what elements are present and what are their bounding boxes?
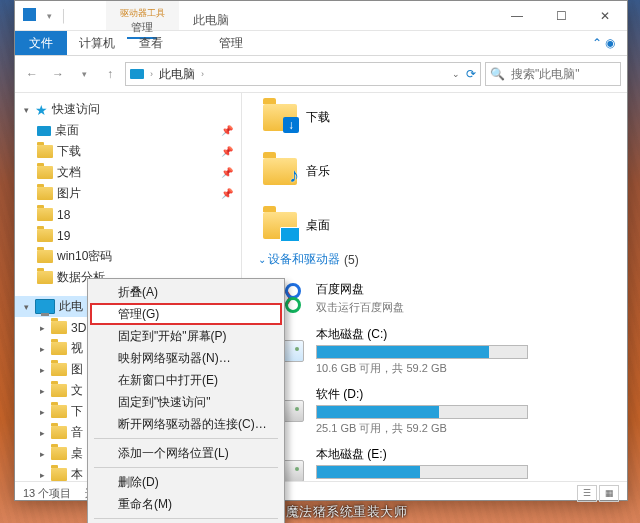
ctx-label: 在新窗口中打开(E) [118, 372, 218, 389]
folder-icon [51, 342, 67, 355]
section-count: (5) [344, 253, 359, 267]
ribbon-help-icon[interactable]: ⌃ ◉ [580, 31, 627, 55]
pc-icon [35, 299, 55, 314]
ctx-item-add-netloc[interactable]: 添加一个网络位置(L) [90, 442, 282, 464]
folder-icon [51, 447, 67, 460]
context-menu: 折叠(A) 管理(G) 固定到"开始"屏幕(P) 映射网络驱动器(N)… 在新窗… [87, 278, 285, 523]
maximize-button[interactable]: ☐ [539, 1, 583, 30]
drive-stat: 10.6 GB 可用，共 59.2 GB [316, 361, 528, 376]
drive-label: 本地磁盘 (C:) [316, 326, 528, 343]
ribbon-tab-computer[interactable]: 计算机 [67, 31, 127, 55]
tree-label: win10密码 [57, 248, 112, 265]
explorer-icon [23, 8, 39, 24]
tree-label: 音 [71, 424, 83, 441]
tree-item-pictures[interactable]: 图片 📌 [15, 183, 241, 204]
folder-icon [51, 363, 67, 376]
title-bar: ▾ │ 驱动器工具 管理 此电脑 — ☐ ✕ [15, 1, 627, 31]
folder-icon [51, 426, 67, 439]
tree-label: 文档 [57, 164, 81, 181]
pc-icon [130, 69, 144, 79]
folder-icon [51, 384, 67, 397]
ctx-item-collapse[interactable]: 折叠(A) [90, 281, 282, 303]
ctx-item-map-drive[interactable]: 映射网络驱动器(N)… [90, 347, 282, 369]
folder-icon [37, 166, 53, 179]
nav-row: ← → ▾ ↑ › 此电脑 › ⌄ ⟳ 🔍 [15, 56, 627, 93]
ctx-item-disconnect[interactable]: 断开网络驱动器的连接(C)… [90, 413, 282, 435]
folder-icon [37, 208, 53, 221]
tree-item-folder[interactable]: win10密码 [15, 246, 241, 267]
tree-label: 快速访问 [52, 101, 100, 118]
tree-item-downloads[interactable]: 下载 📌 [15, 141, 241, 162]
status-count: 13 个项目 [23, 486, 71, 501]
folder-icon [51, 405, 67, 418]
ctx-item-pin-start[interactable]: 固定到"开始"屏幕(P) [90, 325, 282, 347]
folder-label: 下载 [306, 109, 330, 126]
ctx-label: 添加一个网络位置(L) [118, 445, 229, 462]
folder-icon [51, 468, 67, 481]
drive-item-d[interactable]: 软件 (D:) 25.1 GB 可用，共 59.2 GB [262, 382, 594, 442]
drive-usage-bar [316, 465, 528, 479]
folder-icon: ↓ [263, 104, 297, 131]
ctx-item-open-new[interactable]: 在新窗口中打开(E) [90, 369, 282, 391]
tree-label: 下 [71, 403, 83, 420]
drive-item-c[interactable]: 本地磁盘 (C:) 10.6 GB 可用，共 59.2 GB [262, 322, 594, 382]
address-bar[interactable]: › 此电脑 › ⌄ ⟳ [125, 62, 481, 86]
breadcrumb-root[interactable]: 此电脑 [159, 66, 195, 83]
drive-usage-bar [316, 405, 528, 419]
ctx-label: 重命名(M) [118, 496, 172, 513]
ctx-label: 管理(G) [118, 306, 159, 323]
folder-icon [37, 229, 53, 242]
nav-up-button[interactable]: ↑ [99, 63, 121, 85]
music-overlay-icon: ♪ [289, 164, 299, 187]
nav-fwd-button[interactable]: → [47, 63, 69, 85]
view-icons-button[interactable]: ▦ [599, 485, 619, 502]
explorer-window: ▾ │ 驱动器工具 管理 此电脑 — ☐ ✕ 文件 计算机 查看 [14, 0, 628, 501]
drive-sublabel: 双击运行百度网盘 [316, 300, 404, 315]
section-header-devices[interactable]: ⌄ 设备和驱动器 (5) [258, 251, 627, 268]
desktop-icon [37, 126, 51, 136]
ctx-item-manage[interactable]: 管理(G) [90, 303, 282, 325]
tree-item-desktop[interactable]: 桌面 📌 [15, 120, 241, 141]
ribbon-tab-manage[interactable]: 管理 [207, 31, 255, 55]
ctx-separator [94, 467, 278, 468]
ribbon-tab-view[interactable]: 查看 [127, 31, 175, 55]
search-box[interactable]: 🔍 [485, 62, 621, 86]
close-button[interactable]: ✕ [583, 1, 627, 30]
folder-music[interactable]: ♪ 音乐 [262, 153, 392, 189]
tree-item-documents[interactable]: 文档 📌 [15, 162, 241, 183]
tree-label: 19 [57, 229, 70, 243]
desktop-overlay-icon [280, 227, 300, 242]
nav-back-button[interactable]: ← [21, 63, 43, 85]
address-dropdown-icon[interactable]: ⌄ [452, 69, 460, 79]
refresh-icon[interactable]: ⟳ [466, 67, 476, 81]
drive-usage-bar [316, 345, 528, 359]
quick-access-dropdown-icon[interactable]: ▾ [47, 11, 52, 21]
tree-item-folder[interactable]: 19 [15, 225, 241, 246]
search-input[interactable] [509, 66, 605, 82]
ribbon: 文件 计算机 查看 管理 ⌃ ◉ [15, 31, 627, 56]
folder-icon: ♪ [263, 158, 297, 185]
drive-item-e[interactable]: 本地磁盘 (E:) 25.1 GB 可用，共 49.2 GB [262, 442, 594, 481]
folder-icon [263, 212, 297, 239]
title-context-tab[interactable]: 驱动器工具 管理 [106, 1, 179, 30]
ctx-label: 删除(D) [118, 474, 159, 491]
file-menu-button[interactable]: 文件 [15, 31, 67, 55]
pin-icon: 📌 [221, 188, 233, 199]
view-details-button[interactable]: ☰ [577, 485, 597, 502]
ctx-item-rename[interactable]: 重命名(M) [90, 493, 282, 515]
tree-label: 此电 [59, 298, 83, 315]
ctx-separator [94, 438, 278, 439]
content-area[interactable]: ↓ 下载 ♪ 音乐 桌面 ⌄ [242, 93, 627, 481]
minimize-button[interactable]: — [495, 1, 539, 30]
nav-history-button[interactable]: ▾ [73, 63, 95, 85]
tree-item-folder[interactable]: 18 [15, 204, 241, 225]
tree-label: 文 [71, 382, 83, 399]
ctx-item-pin-quick[interactable]: 固定到"快速访问" [90, 391, 282, 413]
tree-label: 18 [57, 208, 70, 222]
folder-desktop[interactable]: 桌面 [262, 207, 392, 243]
folder-label: 音乐 [306, 163, 330, 180]
folder-downloads[interactable]: ↓ 下载 [262, 99, 392, 135]
tree-quick-access[interactable]: ▾ ★ 快速访问 [15, 99, 241, 120]
drive-item-baidu[interactable]: 百度网盘 双击运行百度网盘 [262, 276, 594, 322]
ctx-item-delete[interactable]: 删除(D) [90, 471, 282, 493]
